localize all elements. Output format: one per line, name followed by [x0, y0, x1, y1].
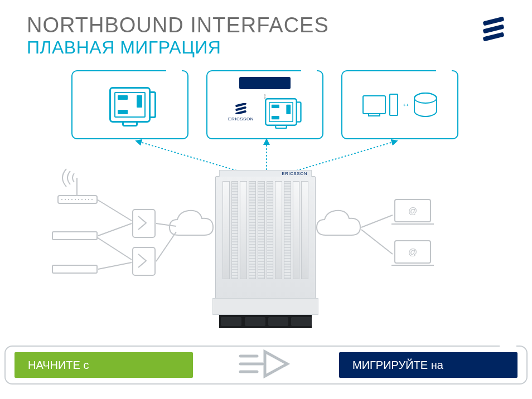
svg-rect-10 [133, 247, 155, 275]
northbound-box-ericsson: ↕ ERICSSON [206, 70, 323, 139]
monitor-icon [362, 95, 386, 114]
svg-rect-7 [58, 196, 97, 203]
svg-rect-2 [483, 32, 505, 41]
pc-database-icon: ↔ [362, 93, 437, 117]
bottom-band: НАЧНИТЕ с МИГРИРУЙТЕ на [4, 346, 528, 385]
svg-rect-4 [235, 106, 246, 111]
svg-text:@: @ [408, 247, 417, 257]
diagram-stage: ↕ ERICSSON [27, 70, 506, 304]
router-icon [52, 232, 97, 240]
page-subtitle: Плавная миграция [27, 37, 505, 58]
laptop-icon: @ [391, 199, 434, 224]
slide: Northbound interfaces Плавная миграция ↕ [0, 0, 532, 399]
dashboard-icon [109, 87, 151, 123]
sync-arrow-icon: ↔ [402, 100, 410, 110]
svg-text:@: @ [408, 206, 417, 216]
flow-arrow-icon [238, 348, 294, 382]
laptop-icon: @ [391, 241, 434, 265]
migrate-button[interactable]: МИГРИРУЙТЕ на [339, 352, 518, 378]
northbound-box-thirdparty: ↔ [341, 70, 458, 139]
svg-rect-0 [483, 17, 505, 26]
start-button[interactable]: НАЧНИТЕ с [14, 352, 193, 378]
svg-rect-9 [133, 210, 155, 237]
switch-icon [133, 247, 155, 275]
northbound-box-existing [71, 70, 188, 139]
antenna-icon [58, 169, 97, 203]
svg-rect-1 [483, 25, 505, 34]
ericsson-logo [482, 17, 505, 43]
router-icon [52, 265, 97, 273]
pc-tower-icon [389, 94, 398, 116]
dashboard-icon [265, 98, 297, 126]
ericsson-small-label: ERICSSON [228, 116, 254, 121]
svg-rect-11 [395, 199, 431, 222]
switch-icon [133, 210, 155, 237]
ericsson-mini-logo: ERICSSON [228, 103, 254, 121]
ssr-chassis-icon: ERICSSON [215, 176, 316, 299]
database-icon [414, 93, 437, 117]
header: Northbound interfaces Плавная миграция [27, 13, 505, 58]
cloud-icon [317, 211, 360, 235]
chassis-brand-label: ERICSSON [282, 171, 307, 176]
svg-rect-13 [395, 241, 431, 263]
page-title: Northbound interfaces [27, 13, 505, 37]
cloud-icon [170, 211, 213, 235]
